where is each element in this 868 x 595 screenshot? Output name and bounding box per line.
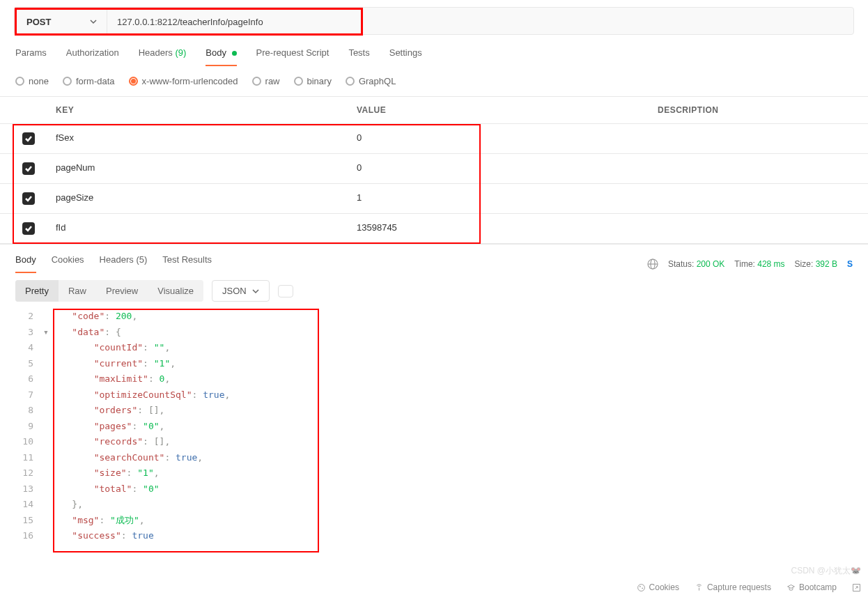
body-type-binary[interactable]: binary bbox=[294, 76, 332, 86]
json-key: "code" bbox=[72, 311, 104, 321]
request-row: POST 127.0.0.1:8212/teacherInfo/pageInfo bbox=[14, 7, 854, 35]
kv-value-cell[interactable]: 0 bbox=[343, 124, 644, 153]
body-type-none[interactable]: none bbox=[15, 76, 49, 86]
resp-tab-body[interactable]: Body bbox=[15, 254, 36, 273]
view-mode-visualize[interactable]: Visualize bbox=[148, 280, 203, 302]
line-wrap-button[interactable] bbox=[278, 285, 293, 298]
request-url-text: 127.0.0.1:8212/teacherInfo/pageInfo bbox=[117, 17, 263, 27]
json-key: "optimizeCountSql" bbox=[94, 389, 192, 400]
size-value: 392 B bbox=[816, 259, 837, 269]
tab-body[interactable]: Body bbox=[206, 47, 236, 66]
json-key: "msg" bbox=[72, 515, 99, 525]
body-type-urlencoded[interactable]: x-www-form-urlencoded bbox=[129, 76, 238, 86]
json-key: "data" bbox=[72, 327, 104, 337]
kv-header-row: KEY VALUE DESCRIPTION bbox=[0, 97, 868, 124]
tab-body-label: Body bbox=[206, 47, 226, 58]
request-url-input[interactable]: 127.0.0.1:8212/teacherInfo/pageInfo bbox=[107, 10, 361, 33]
response-code[interactable]: 2 "code": 200, 3▾ "data": { 4 "countId":… bbox=[15, 309, 853, 544]
kv-desc-cell[interactable] bbox=[644, 154, 868, 183]
save-response-button[interactable]: S bbox=[847, 259, 853, 269]
chevron-down-icon bbox=[252, 288, 259, 295]
kv-header-value: VALUE bbox=[343, 97, 644, 123]
table-row[interactable]: fSex 0 bbox=[0, 124, 868, 154]
body-type-formdata-label: form-data bbox=[76, 76, 115, 86]
json-key: "pages" bbox=[94, 421, 132, 431]
resp-tab-testresults[interactable]: Test Results bbox=[162, 254, 212, 273]
kv-header-desc: DESCRIPTION bbox=[644, 97, 868, 123]
body-type-row: none form-data x-www-form-urlencoded raw… bbox=[0, 66, 868, 96]
json-value: "成功" bbox=[110, 515, 139, 525]
body-type-urlencoded-label: x-www-form-urlencoded bbox=[142, 76, 238, 86]
body-type-raw[interactable]: raw bbox=[252, 76, 280, 86]
tab-headers[interactable]: Headers (9) bbox=[139, 47, 187, 66]
kv-key-cell[interactable]: fSex bbox=[42, 124, 343, 153]
time-value: 428 ms bbox=[757, 259, 784, 269]
json-key: "size" bbox=[94, 468, 127, 478]
kv-value-cell[interactable]: 0 bbox=[343, 154, 644, 183]
tab-authorization[interactable]: Authorization bbox=[66, 47, 119, 66]
kv-key-cell[interactable]: pageNum bbox=[42, 154, 343, 183]
radio-icon bbox=[129, 77, 138, 86]
status-label: Status: bbox=[668, 259, 694, 269]
json-value: "1" bbox=[137, 468, 153, 478]
radio-icon bbox=[346, 77, 355, 86]
tab-prerequest[interactable]: Pre-request Script bbox=[256, 47, 330, 66]
tab-settings[interactable]: Settings bbox=[389, 47, 422, 66]
radio-icon bbox=[63, 77, 72, 86]
kv-value-cell[interactable]: 1 bbox=[343, 184, 644, 213]
json-key: "current" bbox=[94, 358, 143, 369]
tab-params[interactable]: Params bbox=[15, 47, 47, 66]
json-key: "orders" bbox=[94, 405, 138, 415]
tab-tests[interactable]: Tests bbox=[348, 47, 369, 66]
checkbox[interactable] bbox=[22, 192, 35, 205]
body-type-none-label: none bbox=[29, 76, 49, 86]
json-value: "" bbox=[154, 342, 165, 353]
body-type-formdata[interactable]: form-data bbox=[63, 76, 115, 86]
kv-desc-cell[interactable] bbox=[644, 124, 868, 153]
globe-icon[interactable] bbox=[647, 258, 658, 270]
resp-tab-cookies[interactable]: Cookies bbox=[52, 254, 84, 273]
view-mode-raw[interactable]: Raw bbox=[59, 280, 96, 302]
kv-table: KEY VALUE DESCRIPTION fSex 0 pageNum 0 p… bbox=[0, 96, 868, 244]
json-key: "maxLimit" bbox=[94, 373, 148, 384]
table-row[interactable]: pageSize 1 bbox=[0, 184, 868, 214]
checkbox[interactable] bbox=[22, 132, 35, 145]
status-value: 200 OK bbox=[697, 259, 725, 269]
kv-desc-cell[interactable] bbox=[644, 214, 868, 243]
tab-headers-count: (9) bbox=[175, 47, 186, 58]
body-type-raw-label: raw bbox=[265, 76, 280, 86]
http-method-select[interactable]: POST bbox=[17, 10, 107, 33]
time-label: Time: bbox=[734, 259, 755, 269]
response-body-panel: 2 "code": 200, 3▾ "data": { 4 "countId":… bbox=[0, 309, 868, 552]
response-meta: Status: 200 OK Time: 428 ms Size: 392 B … bbox=[647, 258, 853, 270]
table-row[interactable]: fId 13598745 bbox=[0, 214, 868, 244]
json-value: "1" bbox=[154, 358, 170, 369]
body-type-graphql[interactable]: GraphQL bbox=[346, 76, 396, 86]
resp-tab-headers-count: (5) bbox=[136, 254, 147, 265]
kv-header-key: KEY bbox=[42, 97, 343, 123]
format-select[interactable]: JSON bbox=[212, 280, 270, 302]
json-key: "countId" bbox=[94, 342, 143, 353]
radio-icon bbox=[15, 77, 24, 86]
resp-tab-headers-label: Headers bbox=[100, 254, 134, 265]
checkbox[interactable] bbox=[22, 222, 35, 235]
resp-tab-headers[interactable]: Headers (5) bbox=[100, 254, 148, 273]
http-method-label: POST bbox=[26, 17, 51, 27]
view-mode-row: Pretty Raw Preview Visualize JSON bbox=[0, 273, 868, 309]
format-label: JSON bbox=[222, 286, 247, 296]
json-value: "0" bbox=[143, 421, 159, 431]
view-mode-pretty[interactable]: Pretty bbox=[15, 280, 59, 302]
chevron-down-icon bbox=[90, 18, 97, 25]
kv-key-cell[interactable]: pageSize bbox=[42, 184, 343, 213]
json-value: 200 bbox=[116, 311, 132, 321]
request-tabs: Params Authorization Headers (9) Body Pr… bbox=[0, 35, 868, 66]
kv-key-cell[interactable]: fId bbox=[42, 214, 343, 243]
view-mode-preview[interactable]: Preview bbox=[96, 280, 148, 302]
kv-value-cell[interactable]: 13598745 bbox=[343, 214, 644, 243]
radio-icon bbox=[294, 77, 303, 86]
json-key: "records" bbox=[94, 436, 143, 447]
checkbox[interactable] bbox=[22, 162, 35, 175]
kv-desc-cell[interactable] bbox=[644, 184, 868, 213]
json-value: "0" bbox=[143, 484, 159, 494]
table-row[interactable]: pageNum 0 bbox=[0, 154, 868, 184]
